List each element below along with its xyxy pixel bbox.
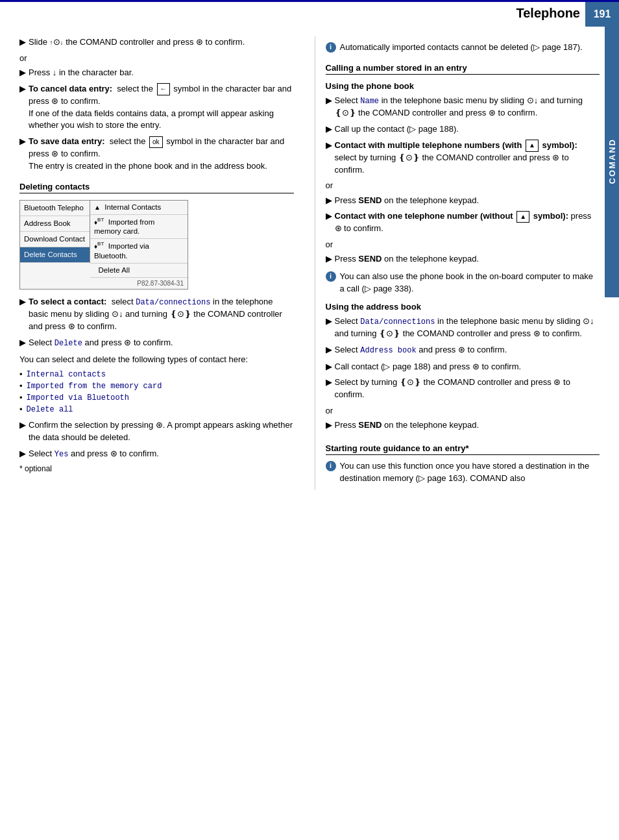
bullet-arrow-r1: ▶ [326,95,332,105]
or-separator-1: or [19,53,294,64]
list-item-delete-all: • Delete all [19,404,294,414]
select-delete-item: ▶ Select Delete and press ⊛ to confirm. [19,337,294,349]
info-box-2: i You can also use the phone book in the… [326,271,600,295]
bullet-arrow-r4: ▶ [326,195,332,205]
contact-one-item: ▶ Contact with one telephone number (wit… [326,210,600,235]
select-yes-item: ▶ Select Yes and press ⊛ to confirm. [19,448,294,460]
info-box-1: i Automatically imported contacts cannot… [326,42,600,54]
pb-row-download: Download Contact [20,232,90,247]
page-title: Telephone [516,6,580,21]
bullet-arrow-6: ▶ [19,338,26,347]
list-dot-3: • [19,393,23,402]
list-dot-2: • [19,381,23,391]
info-text-3: You can use this function once you have … [340,460,600,485]
pb-right-internal: ▲ Internal Contacts [90,201,188,215]
select-addr-item: ▶ Select Address book and press ⊛ to con… [326,344,600,356]
or-separator-r2: or [326,180,600,191]
select-turn-text: Select by turning ❴⊙❵ the COMAND control… [335,377,600,401]
contact-multi-item: ▶ Contact with multiple telephone number… [326,140,600,177]
or-separator-r4: or [326,405,600,417]
section-route: Starting route guidance to an entry* [326,443,600,455]
press-send-2: ▶ Press SEND on the telephone keypad. [326,253,600,266]
phonebook-screenshot: Bluetooth Telepho Address Book Download … [19,200,188,290]
bullet-arrow-3: ▶ [19,84,26,93]
info-icon-3: i [326,461,336,471]
one-symbol: ▲ [516,211,529,223]
pb-row-delete: Delete Contacts [20,247,90,263]
bullet-arrow-r9: ▶ [326,362,332,371]
sub-phone-book: Using the phone book [326,81,600,91]
save-entry-item: ▶ To save data entry: select the ok symb… [19,136,294,173]
call-contact-item: ▶ Call contact (▷ page 188) and press ⊛ … [326,361,600,373]
bullet-arrow-8: ▶ [19,449,26,458]
phonebook-rows: Bluetooth Telepho Address Book Download … [20,201,188,278]
select-yes-text: Select Yes and press ⊛ to confirm. [29,448,159,460]
contact-one-text: Contact with one telephone number (witho… [335,210,600,235]
cancel-entry-item: ▶ To cancel data entry: select the ← sym… [19,83,294,132]
page-number: 191 [594,8,611,20]
bullet-arrow-5: ▶ [19,297,26,306]
sub-address-book: Using the address book [326,302,600,312]
bullet-arrow-r7: ▶ [326,316,332,326]
select-data-text: Select Data/connections in the telephone… [335,315,600,340]
list-text-memory: Imported from the memory card [27,382,162,391]
list-dot-1: • [19,369,23,379]
info-text-2: You can also use the phone book in the o… [340,271,600,295]
chapter-label: COMAND [607,138,617,184]
confirm-text: Confirm the selection by pressing ⊛. A p… [29,419,294,444]
info-icon-2: i [326,271,336,282]
bullet-arrow-7: ▶ [19,420,26,430]
multi-symbol: ▲ [526,140,539,152]
list-text-internal: Internal contacts [27,370,106,379]
page-number-box: 191 [585,2,619,27]
pb-caption: P82.87-3084-31 [20,278,188,289]
select-delete-text: Select Delete and press ⊛ to confirm. [29,337,173,349]
pb-right-bluetooth: ♦BT Imported via Bluetooth. [90,239,188,264]
select-turn-item: ▶ Select by turning ❴⊙❵ the COMAND contr… [326,377,600,401]
confirm-item: ▶ Confirm the selection by pressing ⊛. A… [19,419,294,444]
select-contact-item: ▶ To select a contact: select Data/conne… [19,296,294,333]
section-deleting: Deleting contacts [19,182,294,193]
bullet-arrow-4: ▶ [19,136,26,146]
list-item-memory: • Imported from the memory card [19,381,294,391]
select-data-item: ▶ Select Data/connections in the telepho… [326,315,600,340]
contact-multi-text: Contact with multiple telephone numbers … [335,140,600,177]
press-send-text-1: Press SEND on the telephone keypad. [335,195,479,207]
pb-right-panel: ▲ Internal Contacts ♦BT Imported from me… [90,201,188,278]
slide-text: Slide ↑⊙↓ the COMAND controller and pres… [29,36,245,49]
bullet-arrow-r6: ▶ [326,254,332,264]
select-addr-text: Select Address book and press ⊛ to confi… [335,344,507,356]
select-name-text: Select Name in the telephone basic menu … [335,95,600,119]
pb-right-delete-all: Delete All [90,264,188,278]
ok-symbol: ok [149,136,163,149]
call-up-item: ▶ Call up the contact (▷ page 188). [326,123,600,136]
types-intro: You can select and delete the following … [19,354,294,366]
select-name-item: ▶ Select Name in the telephone basic men… [326,95,600,119]
bullet-arrow-1: ▶ [19,37,26,47]
section-calling: Calling a number stored in an entry [326,63,600,75]
press-text: Press ↓ in the character bar. [29,67,134,79]
left-column: ▶ Slide ↑⊙↓ the COMAND controller and pr… [19,36,299,490]
pb-left-panel: Bluetooth Telepho Address Book Download … [20,201,90,263]
right-column: i Automatically imported contacts cannot… [315,36,600,490]
cancel-text: To cancel data entry: select the ← symbo… [29,83,294,132]
press-send-text-3: Press SEND on the telephone keypad. [335,419,479,432]
main-content: ▶ Slide ↑⊙↓ the COMAND controller and pr… [0,25,619,502]
list-item-internal: • Internal contacts [19,369,294,379]
list-text-delete-all: Delete all [27,405,73,414]
press-item: ▶ Press ↓ in the character bar. [19,67,294,79]
info-text-1: Automatically imported contacts cannot b… [340,42,583,54]
bullet-arrow-r8: ▶ [326,345,332,354]
save-text: To save data entry: select the ok symbol… [29,136,294,173]
press-send-1: ▶ Press SEND on the telephone keypad. [326,195,600,207]
press-send-3: ▶ Press SEND on the telephone keypad. [326,419,600,432]
chapter-side-tab: COMAND [605,25,619,297]
back-symbol: ← [157,83,170,95]
pb-row-address: Address Book [20,216,90,232]
or-separator-r3: or [326,239,600,251]
list-text-bluetooth: Imported via Bluetooth [27,393,129,402]
bullet-arrow-r11: ▶ [326,420,332,430]
bullet-arrow-r3: ▶ [326,140,332,150]
info-icon-1: i [326,42,336,53]
slide-item: ▶ Slide ↑⊙↓ the COMAND controller and pr… [19,36,294,49]
